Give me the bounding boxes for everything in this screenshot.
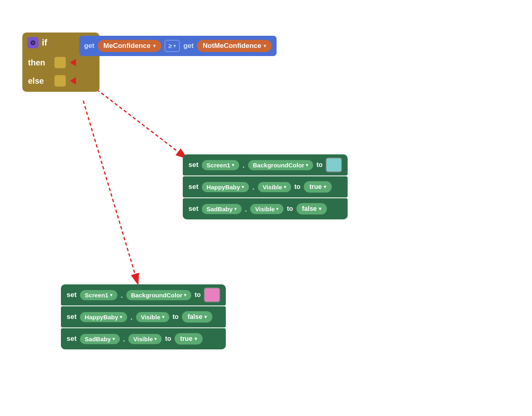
then-arrow-icon (70, 59, 76, 66)
else-block-group: set Screen1 ▾ . BackgroundColor ▾ to set… (61, 284, 226, 349)
then-b2-set: set (188, 183, 199, 191)
then-block1: set Screen1 ▾ . BackgroundColor ▾ to (183, 154, 348, 176)
then-b3-value[interactable]: false ▾ (296, 203, 327, 214)
then-notch (54, 57, 66, 68)
var2-text: NotMeConfidence (203, 42, 262, 50)
else-block1: set Screen1 ▾ . BackgroundColor ▾ to (61, 284, 226, 306)
var2-dropdown[interactable]: ▾ (264, 43, 266, 49)
then-b1-set: set (188, 161, 199, 169)
condition-block: get MeConfidence ▾ ≥ ▾ get NotMeConfiden… (79, 36, 277, 56)
else-block3: set SadBaby ▾ . Visible ▾ to true ▾ (61, 328, 226, 349)
else-arrow-icon (70, 77, 76, 84)
var2-pill[interactable]: NotMeConfidence ▾ (197, 40, 272, 52)
else-b2-obj[interactable]: HappyBaby ▾ (80, 312, 128, 322)
else-b1-obj[interactable]: Screen1 ▾ (80, 290, 117, 300)
else-b3-obj[interactable]: SadBaby ▾ (80, 334, 120, 344)
else-b2-prop[interactable]: Visible ▾ (136, 312, 169, 322)
get2-label: get (183, 42, 194, 50)
else-notch (54, 75, 66, 87)
then-b2-value[interactable]: true ▾ (304, 181, 332, 193)
svg-line-1 (83, 101, 138, 284)
else-b2-set: set (67, 313, 77, 321)
then-b2-obj[interactable]: HappyBaby ▾ (202, 182, 249, 192)
then-block3: set SadBaby ▾ . Visible ▾ to false ▾ (183, 198, 348, 219)
else-b1-set: set (67, 291, 77, 299)
else-b3-set: set (67, 335, 77, 343)
canvas: ⚙ if then else get MeConfidence ▾ ≥ (0, 0, 532, 416)
then-b2-prop[interactable]: Visible ▾ (258, 182, 291, 192)
then-b1-color[interactable] (326, 158, 342, 172)
else-b3-prop[interactable]: Visible ▾ (128, 334, 162, 344)
then-block2: set HappyBaby ▾ . Visible ▾ to true ▾ (183, 176, 348, 197)
then-b2-to: to (294, 183, 301, 191)
else-b1-prop[interactable]: BackgroundColor ▾ (126, 290, 192, 300)
var1-pill[interactable]: MeConfidence ▾ (98, 40, 161, 52)
then-b1-to: to (316, 161, 322, 169)
then-b1-obj[interactable]: Screen1 ▾ (202, 160, 239, 170)
then-b3-set: set (188, 205, 199, 213)
if-label: if (42, 37, 47, 48)
operator-block[interactable]: ≥ ▾ (164, 40, 180, 52)
else-b2-to: to (173, 313, 179, 321)
else-b3-value[interactable]: true ▾ (175, 333, 203, 344)
get1-label: get (84, 42, 95, 50)
gear-icon[interactable]: ⚙ (27, 37, 39, 48)
then-b3-to: to (287, 205, 293, 212)
then-label: then (28, 58, 50, 67)
op-dropdown[interactable]: ▾ (173, 43, 176, 49)
else-row: else (22, 72, 99, 92)
then-b1-prop[interactable]: BackgroundColor ▾ (248, 160, 314, 170)
else-block2: set HappyBaby ▾ . Visible ▾ to false ▾ (61, 306, 226, 327)
then-block-group: set Screen1 ▾ . BackgroundColor ▾ to set… (183, 154, 348, 219)
else-b3-to: to (165, 335, 171, 342)
operator-symbol: ≥ (169, 42, 172, 50)
else-b1-to: to (195, 291, 201, 299)
else-label: else (28, 76, 50, 86)
var1-text: MeConfidence (104, 42, 151, 50)
else-b2-value[interactable]: false ▾ (182, 311, 212, 323)
then-b3-prop[interactable]: Visible ▾ (250, 204, 283, 214)
else-b1-color[interactable] (204, 288, 220, 302)
then-b3-obj[interactable]: SadBaby ▾ (202, 204, 242, 214)
var1-dropdown[interactable]: ▾ (153, 43, 156, 49)
